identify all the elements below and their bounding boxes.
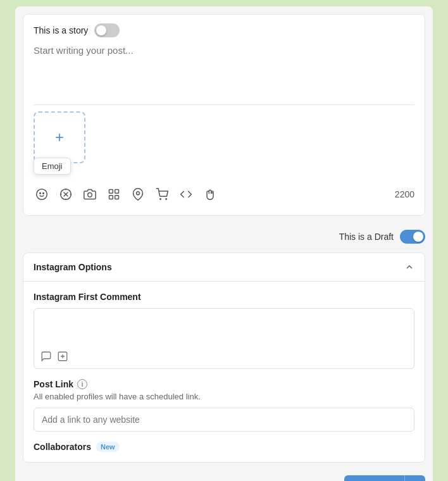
comment-bubble-icon[interactable]: [40, 351, 52, 362]
media-upload-box[interactable]: +: [34, 111, 85, 163]
collaborators-label: Collaborators: [34, 442, 91, 452]
divider: [34, 104, 414, 105]
post-section: This is a story + Emoji: [23, 14, 425, 216]
post-link-description: All enabled profiles will have a schedul…: [34, 392, 414, 401]
post-link-section: Post Link i All enabled profiles will ha…: [23, 379, 425, 442]
instagram-header[interactable]: Instagram Options: [23, 253, 425, 282]
comment-add-icon[interactable]: [57, 351, 68, 362]
submit-dropdown-button[interactable]: [404, 475, 425, 481]
comment-textarea-wrapper: [34, 308, 414, 369]
chevron-up-icon: [404, 262, 414, 272]
first-comment-textarea[interactable]: [40, 315, 408, 347]
camera-icon[interactable]: [82, 186, 98, 203]
svg-rect-7: [109, 196, 113, 199]
story-label: This is a story: [34, 25, 88, 35]
svg-rect-8: [115, 196, 119, 199]
submit-bar: Submit: [15, 469, 433, 481]
shopping-icon[interactable]: [154, 186, 170, 203]
collaborators-section: Collaborators New: [23, 442, 425, 462]
main-container: This is a story + Emoji: [15, 6, 433, 481]
draft-row: This is a Draft: [15, 223, 433, 246]
submit-button[interactable]: Submit: [344, 475, 404, 481]
story-toggle[interactable]: [94, 23, 120, 37]
svg-point-0: [37, 189, 47, 200]
instagram-section: Instagram Options Instagram First Commen…: [23, 253, 425, 463]
toolbar-row: 2200: [34, 182, 414, 206]
instagram-title: Instagram Options: [34, 262, 112, 272]
collaborators-label-row: Collaborators New: [34, 442, 414, 452]
info-icon[interactable]: i: [77, 379, 87, 389]
first-comment-label: Instagram First Comment: [34, 292, 414, 302]
plus-icon: +: [55, 128, 64, 146]
draft-toggle-thumb: [413, 232, 423, 242]
svg-point-1: [40, 193, 41, 194]
first-comment-section: Instagram First Comment: [23, 282, 425, 379]
svg-point-11: [166, 199, 167, 200]
story-toggle-track: [94, 23, 120, 37]
svg-point-4: [88, 193, 92, 197]
location-icon[interactable]: [130, 186, 146, 203]
emoji-tooltip: Emoji: [34, 158, 71, 175]
code-icon[interactable]: [178, 186, 194, 203]
svg-rect-5: [109, 190, 113, 194]
post-link-label: Post Link: [34, 379, 73, 389]
post-link-input[interactable]: [34, 408, 414, 432]
svg-point-9: [137, 192, 140, 195]
draft-toggle[interactable]: [400, 230, 425, 244]
svg-point-2: [43, 193, 44, 194]
wave-icon[interactable]: [202, 186, 218, 203]
story-row: This is a story: [34, 23, 414, 37]
comment-toolbar: [40, 347, 408, 362]
draft-label: This is a Draft: [339, 232, 394, 242]
svg-point-10: [160, 199, 161, 200]
emoji-icon[interactable]: [34, 186, 50, 203]
draft-toggle-track: [400, 230, 425, 244]
post-link-label-row: Post Link i: [34, 379, 414, 389]
new-badge: New: [96, 442, 120, 452]
media-icon[interactable]: [106, 186, 122, 203]
story-toggle-thumb: [96, 25, 106, 35]
post-textarea[interactable]: [34, 45, 414, 96]
svg-rect-6: [115, 190, 119, 194]
char-count: 2200: [395, 189, 414, 199]
giphy-icon[interactable]: [58, 186, 74, 203]
